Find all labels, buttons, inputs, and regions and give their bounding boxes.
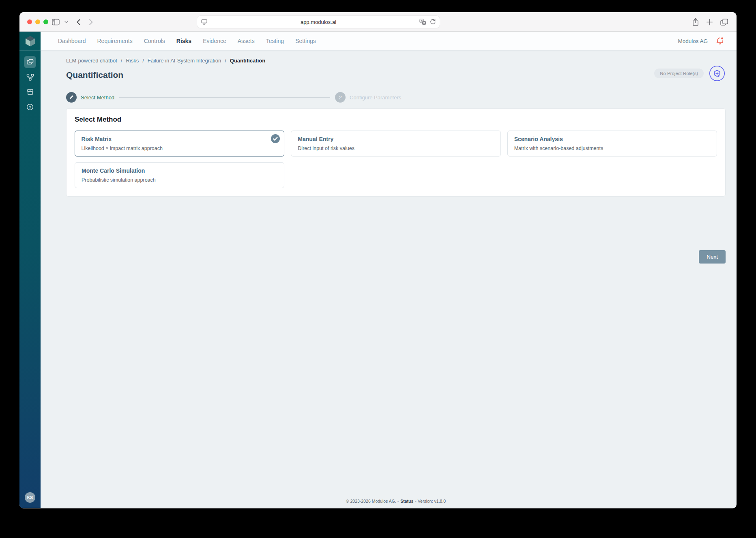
footer: © 2023-2026 Modulos AG. - Status - Versi…: [66, 495, 726, 508]
step-configure-parameters: 2 Configure Parameters: [335, 92, 401, 103]
method-description: Likelihood × impact matrix approach: [82, 146, 278, 151]
tab-overview-icon[interactable]: [720, 18, 728, 26]
storefront-icon: [26, 88, 34, 96]
nav-item-settings[interactable]: Settings: [295, 38, 316, 44]
translate-icon[interactable]: [419, 19, 426, 25]
breadcrumb-separator: /: [225, 58, 226, 64]
nav-item-controls[interactable]: Controls: [144, 38, 165, 44]
breadcrumb-risks[interactable]: Risks: [126, 58, 139, 64]
method-card-monte-carlo[interactable]: Monte Carlo Simulation Probabilistic sim…: [75, 162, 284, 188]
top-nav: Dashboard Requirements Controls Risks Ev…: [41, 32, 737, 51]
sidebar-item-marketplace[interactable]: [24, 86, 36, 98]
browser-window: app.modulos.ai: [19, 12, 737, 508]
panel-heading: Select Method: [75, 116, 717, 124]
reload-icon[interactable]: [430, 19, 436, 25]
modulos-logo: [19, 32, 41, 51]
projects-folders-icon: [26, 58, 34, 66]
footer-version: - Version: v1.8.0: [415, 499, 446, 504]
method-title: Monte Carlo Simulation: [82, 167, 277, 174]
step-select-method: Select Method: [66, 92, 114, 103]
breadcrumb-current: Quantification: [230, 58, 265, 64]
select-method-panel: Select Method Risk Matrix Likelihood × i…: [66, 108, 726, 197]
share-icon[interactable]: [692, 18, 699, 26]
sidebar-toggle-icon[interactable]: [52, 19, 60, 26]
footer-status-link[interactable]: Status: [400, 499, 413, 504]
sidebar-item-help[interactable]: ?: [24, 101, 36, 113]
methods-grid: Risk Matrix Likelihood × impact matrix a…: [75, 131, 717, 188]
method-title: Manual Entry: [298, 136, 494, 142]
nav-item-assets[interactable]: Assets: [238, 38, 255, 44]
chevron-down-icon[interactable]: [64, 21, 68, 24]
next-button[interactable]: Next: [699, 250, 726, 264]
user-avatar[interactable]: KS: [25, 492, 35, 503]
footer-copyright: © 2023-2026 Modulos AG. -: [346, 499, 399, 504]
breadcrumb: LLM-powered chatbot / Risks / Failure in…: [66, 58, 726, 64]
nav-item-risks[interactable]: Risks: [176, 38, 191, 44]
stepper: Select Method 2 Configure Parameters: [66, 92, 726, 103]
minimize-window-button[interactable]: [35, 19, 40, 24]
window-controls: [27, 19, 48, 24]
help-icon: ?: [26, 103, 34, 111]
zoom-window-button[interactable]: [43, 19, 48, 24]
method-description: Probabilistic simulation approach: [82, 177, 277, 183]
url-bar[interactable]: app.modulos.ai: [197, 16, 440, 28]
page-content: LLM-powered chatbot / Risks / Failure in…: [41, 51, 737, 508]
method-card-manual-entry[interactable]: Manual Entry Direct input of risk values: [291, 131, 500, 156]
nav-item-dashboard[interactable]: Dashboard: [58, 38, 86, 44]
close-window-button[interactable]: [27, 19, 32, 24]
step-1-label: Select Method: [81, 94, 114, 101]
breadcrumb-separator: /: [142, 58, 144, 64]
method-card-scenario-analysis[interactable]: Scenario Analysis Matrix with scenario-b…: [507, 131, 717, 156]
forward-button-icon[interactable]: [89, 19, 93, 26]
step-1-edit-icon: [66, 92, 77, 103]
page-settings-icon[interactable]: [201, 19, 208, 25]
assistant-icon[interactable]: [709, 65, 725, 81]
step-2-label: Configure Parameters: [350, 94, 401, 101]
method-card-risk-matrix[interactable]: Risk Matrix Likelihood × impact matrix a…: [75, 131, 284, 156]
step-2-number: 2: [335, 92, 346, 103]
nav-item-evidence[interactable]: Evidence: [203, 38, 226, 44]
nav-items: Dashboard Requirements Controls Risks Ev…: [58, 38, 316, 44]
nav-item-testing[interactable]: Testing: [266, 38, 284, 44]
app-sidebar: ? KS: [19, 32, 41, 508]
sidebar-item-projects[interactable]: [24, 56, 36, 68]
method-description: Matrix with scenario-based adjustments: [514, 146, 710, 151]
page-title: Quantification: [66, 69, 726, 81]
breadcrumb-project[interactable]: LLM-powered chatbot: [66, 58, 117, 64]
help-glyph: ?: [29, 105, 31, 109]
breadcrumb-separator: /: [121, 58, 122, 64]
new-tab-icon[interactable]: [706, 19, 713, 26]
sidebar-item-organization[interactable]: [24, 71, 36, 83]
nav-item-requirements[interactable]: Requirements: [97, 38, 133, 44]
selected-check-icon: [271, 134, 280, 144]
notifications-bell-icon[interactable]: [715, 36, 724, 45]
breadcrumb-risk-item[interactable]: Failure in AI-System Integration: [148, 58, 221, 64]
hierarchy-icon: [26, 73, 34, 81]
back-button-icon[interactable]: [76, 19, 81, 26]
stepper-connector: [119, 97, 330, 98]
method-title: Scenario Analysis: [514, 136, 710, 142]
method-title: Risk Matrix: [82, 136, 278, 142]
browser-toolbar: app.modulos.ai: [19, 12, 737, 32]
role-badge: No Project Role(s): [654, 69, 704, 78]
method-description: Direct input of risk values: [298, 146, 494, 151]
organization-label[interactable]: Modulos AG: [678, 38, 708, 44]
url-text[interactable]: app.modulos.ai: [197, 19, 440, 25]
